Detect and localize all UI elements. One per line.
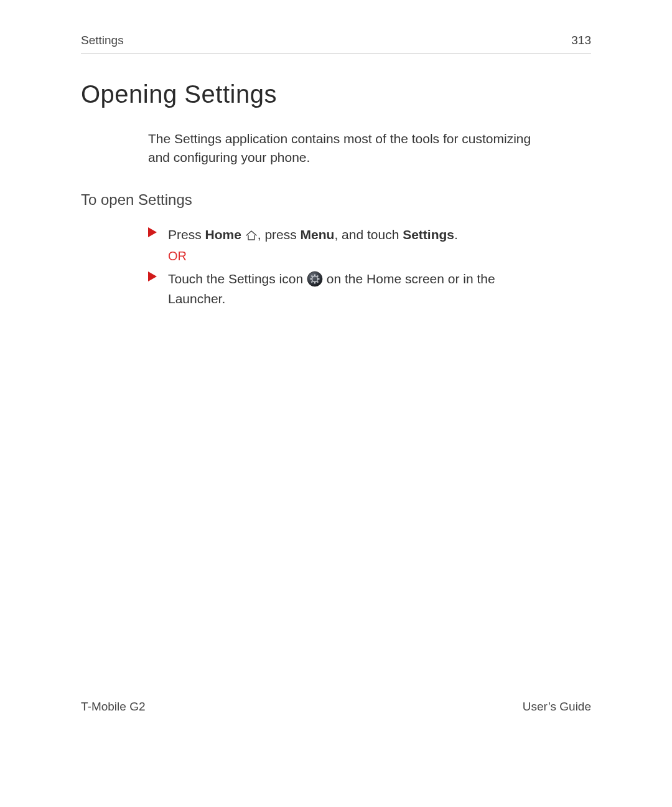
footer-left: T-Mobile G2: [81, 700, 145, 714]
step1-text-mid: , press: [258, 227, 301, 242]
svg-rect-5: [314, 282, 315, 284]
home-icon: [245, 230, 258, 241]
step-item-2: Touch the Settings icon: [148, 269, 546, 308]
header-page-number: 313: [571, 34, 591, 47]
running-footer: T-Mobile G2 User’s Guide: [81, 700, 591, 714]
intro-paragraph: The Settings application contains most o…: [148, 130, 546, 168]
settings-app-icon: [307, 271, 323, 287]
step1-text-pre: Press: [168, 227, 205, 242]
step1-settings-label: Settings: [403, 227, 454, 242]
step1-text-end: .: [454, 227, 458, 242]
footer-right: User’s Guide: [523, 700, 591, 714]
step1-menu-label: Menu: [301, 227, 335, 242]
step1-text-mid2: , and touch: [334, 227, 403, 242]
svg-point-2: [307, 271, 322, 286]
svg-marker-0: [148, 227, 157, 237]
svg-rect-6: [310, 278, 312, 280]
or-separator: OR: [168, 247, 546, 265]
section-title: To open Settings: [81, 191, 591, 209]
running-header: Settings 313: [81, 34, 591, 54]
step-item-1: Press Home , press Menu, and touch Setti…: [148, 225, 546, 266]
svg-rect-7: [317, 278, 319, 280]
svg-rect-4: [314, 275, 315, 276]
page-title: Opening Settings: [81, 80, 591, 108]
triangle-bullet-icon: [148, 227, 157, 237]
svg-marker-1: [148, 271, 157, 281]
step1-home-label: Home: [205, 227, 241, 242]
header-section: Settings: [81, 34, 124, 47]
step2-text-pre: Touch the Settings icon: [168, 271, 307, 286]
triangle-bullet-icon: [148, 271, 157, 281]
steps-list: Press Home , press Menu, and touch Setti…: [148, 225, 546, 309]
